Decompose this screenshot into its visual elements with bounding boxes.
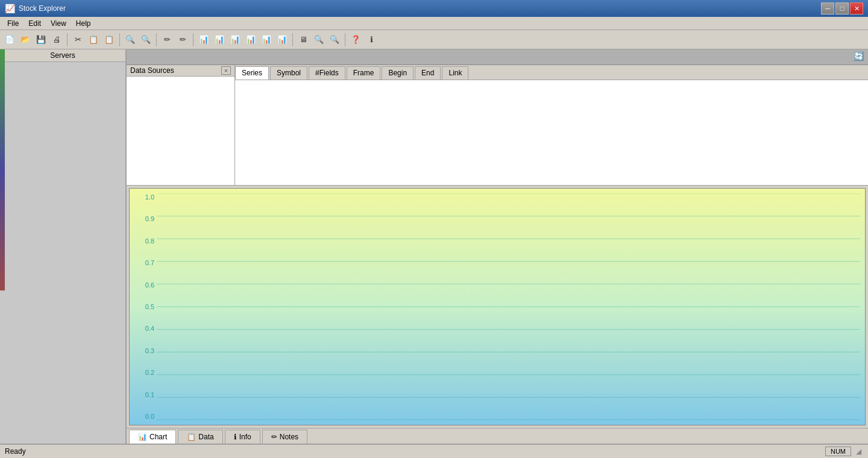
status-right: NUM ◢	[825, 447, 863, 456]
menu-bar: File Edit View Help	[0, 17, 868, 30]
chart-inner: 1.0 0.9 0.8 0.7 0.6 0.5 0.4 0.3 0.2 0.1 …	[130, 189, 865, 425]
title-bar: 📈 Stock Explorer ─ □ ✕	[0, 0, 868, 17]
y-label-03: 0.3	[132, 347, 154, 354]
chart5-button[interactable]: 📊	[259, 33, 274, 47]
content-area: Data Sources × Series Symbol #Fields Fra…	[127, 65, 868, 444]
notes-tab-icon: ✏	[271, 433, 277, 441]
find-button[interactable]: 🔍	[123, 33, 137, 47]
chart-tab-icon: 📊	[138, 433, 147, 441]
chart4-button[interactable]: 📊	[244, 33, 258, 47]
status-text: Ready	[5, 447, 26, 456]
tab-frame[interactable]: Frame	[347, 66, 381, 80]
tab-begin[interactable]: Begin	[382, 66, 414, 80]
tab-content	[235, 80, 868, 185]
bottom-tab-chart[interactable]: 📊 Chart	[129, 430, 176, 444]
zoom-button[interactable]: 🔍	[312, 33, 326, 47]
chart-section: 1.0 0.9 0.8 0.7 0.6 0.5 0.4 0.3 0.2 0.1 …	[127, 186, 868, 444]
menu-edit[interactable]: Edit	[24, 18, 46, 29]
y-label-08: 0.8	[132, 237, 154, 245]
tabs-panel: Series Symbol #Fields Frame Begin End Li…	[235, 65, 868, 185]
main-container: Servers 🔄 Data Sources ×	[0, 49, 868, 444]
chart1-button[interactable]: 📊	[197, 33, 211, 47]
data-tab-icon: 📋	[187, 433, 196, 441]
paste-button[interactable]: 📋	[102, 33, 116, 47]
menu-view[interactable]: View	[46, 18, 71, 29]
servers-header: Servers	[0, 49, 125, 62]
notes-tab-label: Notes	[280, 433, 298, 441]
maximize-button[interactable]: □	[835, 2, 849, 14]
toolbar-separator-6	[345, 33, 345, 46]
chart-gridlines	[157, 193, 860, 420]
data-sources-label: Data Sources	[130, 66, 174, 75]
chart2-button[interactable]: 📊	[212, 33, 227, 47]
num-indicator: NUM	[825, 447, 851, 456]
bottom-tabs: 📊 Chart 📋 Data ℹ Info ✏ Notes	[127, 428, 868, 444]
tab-fields[interactable]: #Fields	[309, 66, 345, 80]
bottom-tab-notes[interactable]: ✏ Notes	[262, 430, 307, 444]
toolbar-separator-5	[292, 33, 293, 46]
status-bar: Ready NUM ◢	[0, 444, 868, 458]
toolbar-separator-4	[193, 33, 193, 46]
bottom-tab-info[interactable]: ℹ Info	[225, 430, 260, 444]
toolbar-separator-3	[156, 33, 157, 46]
right-toolbar: 🔄	[127, 49, 868, 65]
monitor-button[interactable]: 🖥	[296, 33, 310, 47]
open-button[interactable]: 📂	[18, 33, 33, 47]
tab-link[interactable]: Link	[442, 66, 468, 80]
tab-end[interactable]: End	[415, 66, 441, 80]
y-label-01: 0.1	[132, 391, 154, 398]
servers-panel: Servers	[0, 49, 127, 444]
left-strip	[0, 49, 5, 290]
tab-symbol[interactable]: Symbol	[270, 66, 307, 80]
close-button[interactable]: ✕	[850, 2, 863, 14]
data-sources-panel: Data Sources ×	[127, 65, 235, 185]
data-sources-close[interactable]: ×	[221, 66, 231, 75]
right-panel: 🔄 Data Sources × Series Symbol	[127, 49, 868, 444]
copy-button[interactable]: 📋	[86, 33, 101, 47]
y-label-02: 0.2	[132, 369, 154, 376]
toolbar-separator-2	[119, 33, 120, 46]
resize-handle[interactable]: ◢	[854, 447, 863, 456]
chart-tab-label: Chart	[149, 433, 167, 441]
toolbar: 📄 📂 💾 🖨 ✂ 📋 📋 🔍 🔍 ✏ ✏ 📊 📊 📊 📊 📊 📊 🖥 🔍 🔍 …	[0, 30, 868, 49]
minimize-button[interactable]: ─	[821, 2, 834, 14]
edit2-button[interactable]: ✏	[175, 33, 190, 47]
info-button[interactable]: ℹ	[364, 33, 379, 47]
top-section: Data Sources × Series Symbol #Fields Fra…	[127, 65, 868, 186]
new-button[interactable]: 📄	[2, 33, 17, 47]
info-tab-icon: ℹ	[234, 433, 237, 441]
y-label-09: 0.9	[132, 215, 154, 222]
tab-series[interactable]: Series	[235, 66, 269, 80]
y-label-10: 1.0	[132, 193, 154, 201]
data-tab-label: Data	[198, 433, 213, 441]
title-bar-left: 📈 Stock Explorer	[5, 4, 66, 13]
y-axis: 1.0 0.9 0.8 0.7 0.6 0.5 0.4 0.3 0.2 0.1 …	[130, 189, 157, 425]
y-label-05: 0.5	[132, 303, 154, 310]
save-button[interactable]: 💾	[34, 33, 48, 47]
app-icon: 📈	[5, 4, 15, 13]
chart6-button[interactable]: 📊	[275, 33, 289, 47]
y-label-00: 0.0	[132, 413, 154, 420]
zoom2-button[interactable]: 🔍	[327, 33, 342, 47]
data-sources-header: Data Sources ×	[127, 65, 234, 77]
print-button[interactable]: 🖨	[49, 33, 64, 47]
title-bar-buttons: ─ □ ✕	[821, 2, 863, 14]
edit-button[interactable]: ✏	[160, 33, 174, 47]
tabs-header: Series Symbol #Fields Frame Begin End Li…	[235, 65, 868, 80]
info-tab-label: Info	[239, 433, 251, 441]
menu-file[interactable]: File	[2, 18, 24, 29]
y-label-04: 0.4	[132, 325, 154, 332]
chart3-button[interactable]: 📊	[228, 33, 242, 47]
toolbar-icon[interactable]: 🔄	[854, 51, 866, 63]
servers-content	[0, 62, 125, 444]
toolbar-separator-1	[67, 33, 68, 46]
help-button[interactable]: ❓	[348, 33, 363, 47]
chart-container: 1.0 0.9 0.8 0.7 0.6 0.5 0.4 0.3 0.2 0.1 …	[129, 188, 866, 425]
y-label-06: 0.6	[132, 281, 154, 289]
menu-help[interactable]: Help	[71, 18, 96, 29]
find-next-button[interactable]: 🔍	[139, 33, 153, 47]
bottom-tab-data[interactable]: 📋 Data	[178, 430, 222, 444]
app-title: Stock Explorer	[19, 4, 66, 13]
y-label-07: 0.7	[132, 259, 154, 266]
cut-button[interactable]: ✂	[71, 33, 85, 47]
